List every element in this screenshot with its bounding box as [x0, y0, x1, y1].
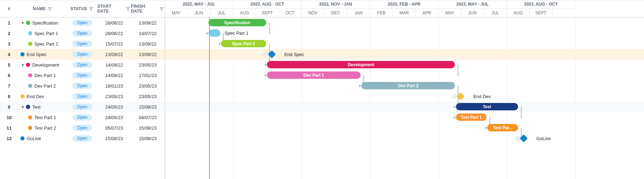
filter-icon[interactable] [47, 6, 53, 12]
row-name-cell[interactable]: Dev Part 1 [18, 70, 67, 81]
timeline-month-header[interactable]: SEPT [256, 9, 279, 17]
milestone[interactable]: GoLive [515, 135, 551, 142]
timeline-month-header[interactable]: JUL [210, 9, 233, 17]
timeline-month-header[interactable]: NOV [302, 9, 324, 17]
status-badge[interactable]: Open [72, 20, 92, 26]
table-row[interactable]: 10Test Part 1Open24/05/2304/07/23 [0, 112, 165, 123]
row-start-date: 05/07/23 [97, 123, 131, 133]
row-name-cell[interactable]: End Spec [18, 49, 67, 60]
timeline-month-header[interactable]: APR [416, 9, 438, 17]
timeline-panel[interactable]: 2022, MAY - JUL2022, AUG - OCT2022, NOV … [165, 0, 644, 179]
status-badge[interactable]: Open [72, 93, 92, 99]
status-badge[interactable]: Open [72, 72, 92, 78]
row-status-cell: Open [67, 123, 98, 133]
timeline-month-header[interactable]: MAR [393, 9, 416, 17]
row-number: 8 [0, 91, 18, 102]
row-name-cell[interactable]: Test Part 1 [18, 112, 67, 123]
timeline-quarter-header[interactable]: 2023, FEB - APR [370, 0, 438, 9]
timeline-month-header[interactable]: AUG [507, 9, 530, 17]
row-name-cell[interactable]: Spec Part 2 [18, 39, 67, 49]
table-row[interactable]: 6Dev Part 1Open14/09/2217/01/23 [0, 70, 165, 81]
gantt-bar[interactable]: Spec Part 1 [208, 29, 220, 37]
status-badge[interactable]: Open [72, 51, 92, 57]
milestone[interactable]: End Dev [452, 93, 491, 100]
row-name-cell[interactable]: Spec Part 1 [18, 28, 67, 39]
col-header-status[interactable]: STATUS [67, 0, 98, 17]
status-badge[interactable]: Open [72, 125, 92, 131]
status-badge[interactable]: Open [72, 135, 92, 142]
gantt-bar[interactable]: Spec Part 2 [221, 40, 266, 47]
table-row[interactable]: 2Spec Part 1Open28/06/2214/07/22 [0, 28, 165, 39]
row-finish-date: 14/07/22 [131, 28, 165, 39]
filter-icon[interactable] [125, 6, 131, 12]
timeline-month-header[interactable]: JUN [461, 9, 484, 17]
status-badge[interactable]: Open [72, 62, 92, 68]
table-row[interactable]: 4End SpecOpen13/09/2213/09/22 [0, 49, 165, 60]
chevron-down-icon[interactable]: ▼ [20, 104, 25, 109]
table-row[interactable]: 8End DevOpen23/05/2323/05/23 [0, 91, 165, 102]
grid-panel: # NAME STATUS START DATE [0, 0, 165, 179]
timeline-quarter-header[interactable]: 2023, AUG - OCT [507, 0, 575, 9]
timeline-month-header[interactable]: JUN [188, 9, 210, 17]
timeline-month-header[interactable]: MAY [438, 9, 461, 17]
timeline-month-header[interactable]: SEPT [530, 9, 552, 17]
row-name-cell[interactable]: ▼Specification [18, 18, 67, 28]
filter-icon[interactable] [88, 6, 94, 12]
gantt-root: # NAME STATUS START DATE [0, 0, 644, 179]
timeline-month-header[interactable]: OCT [279, 9, 302, 17]
chevron-down-icon[interactable]: ▼ [20, 62, 25, 67]
col-header-name[interactable]: NAME [18, 0, 67, 17]
timeline-month-header[interactable]: JAN [347, 9, 370, 17]
row-name-cell[interactable]: ▼Test [18, 102, 67, 112]
timeline-month-header[interactable]: AUG [233, 9, 256, 17]
row-name-cell[interactable]: ▼Development [18, 60, 67, 70]
table-row[interactable]: 12GoLiveOpen15/08/2315/08/23 [0, 133, 165, 144]
row-start-date: 28/06/22 [97, 18, 131, 28]
chevron-down-icon[interactable]: ▼ [20, 20, 25, 25]
timeline-quarter-header[interactable]: 2022, NOV - JAN [302, 0, 370, 9]
table-row[interactable]: 3Spec Part 2Open15/07/2213/09/22 [0, 39, 165, 49]
timeline-quarter-header[interactable]: 2023, MAY - JUL [438, 0, 507, 9]
table-row[interactable]: 7Dev Part 2Open18/01/2323/05/23 [0, 81, 165, 91]
gantt-bar[interactable]: Development [267, 61, 455, 68]
status-badge[interactable]: Open [72, 104, 92, 110]
status-badge[interactable]: Open [72, 30, 92, 36]
row-status-cell: Open [67, 60, 98, 70]
filter-icon[interactable] [159, 6, 165, 12]
status-badge[interactable]: Open [72, 41, 92, 47]
table-row[interactable]: 9▼TestOpen24/05/2315/08/23 [0, 102, 165, 112]
timeline-month-header[interactable]: JUL [484, 9, 507, 17]
status-badge[interactable]: Open [72, 83, 92, 89]
table-row[interactable]: 1▼SpecificationOpen28/06/2213/09/22 [0, 18, 165, 28]
col-header-start[interactable]: START DATE [97, 0, 131, 17]
timeline-quarter-header[interactable]: 2022, MAY - JUL [165, 0, 233, 9]
row-number: 6 [0, 70, 18, 81]
row-number: 9 [0, 102, 18, 112]
col-header-number[interactable]: # [0, 0, 18, 17]
row-name-cell[interactable]: Test Part 2 [18, 123, 67, 133]
milestone[interactable]: End Spec [263, 51, 304, 58]
row-finish-date: 15/08/23 [131, 102, 165, 112]
timeline-month-header[interactable]: FEB [370, 9, 393, 17]
timeline-body[interactable]: SpecificationSpec Part 1Spec Part 2End S… [165, 18, 644, 179]
gantt-bar[interactable]: Test Part 1 [456, 113, 487, 121]
timeline-month-header[interactable]: DEC [324, 9, 347, 17]
col-header-status-label: STATUS [71, 6, 87, 11]
timeline-quarter-header[interactable]: 2022, AUG - OCT [233, 0, 302, 9]
row-start-date: 13/09/22 [97, 49, 131, 60]
row-name-cell[interactable]: GoLive [18, 133, 67, 144]
status-badge[interactable]: Open [72, 114, 92, 121]
table-row[interactable]: 5▼DevelopmentOpen14/09/2223/05/23 [0, 60, 165, 70]
row-start-date: 14/09/22 [97, 70, 131, 81]
timeline-month-header[interactable]: MAY [165, 9, 188, 17]
task-color-dot [20, 52, 25, 56]
col-header-finish[interactable]: FINISH DATE [131, 0, 165, 17]
row-name-cell[interactable]: Dev Part 2 [18, 81, 67, 91]
row-name-cell[interactable]: End Dev [18, 91, 67, 102]
gantt-bar[interactable]: Test [456, 103, 518, 110]
gantt-bar[interactable]: Dev Part 2 [361, 82, 455, 89]
gantt-bar[interactable]: Dev Part 1 [267, 71, 361, 79]
table-row[interactable]: 11Test Part 2Open05/07/2315/08/23 [0, 123, 165, 133]
gantt-bar[interactable]: Specification [208, 19, 266, 26]
gantt-bar[interactable]: Test Par... [487, 124, 518, 131]
